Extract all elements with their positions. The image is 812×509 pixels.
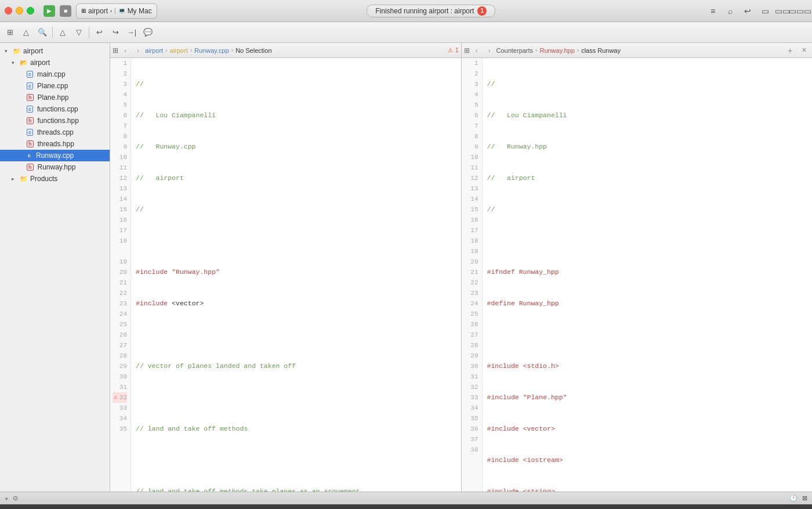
code-line: // airport: [487, 173, 808, 183]
sidebar-item-plane-cpp[interactable]: c Plane.cpp: [0, 80, 110, 92]
toolbar-down-btn[interactable]: ▽: [71, 25, 86, 40]
status-center: Finished running airport : airport 1: [162, 5, 701, 17]
sidebar-file-label: Plane.hpp: [38, 93, 69, 102]
minimize-button[interactable]: [16, 7, 23, 15]
statusbar: + ⊙ 🕐 ⊠: [0, 492, 812, 504]
code-line: [136, 455, 456, 465]
right-editor-pane: ⊞ ‹ › Counterparts › Runway.hpp › class …: [462, 43, 813, 492]
cpp-badge: c: [27, 71, 33, 78]
code-line: // land and take off methods: [136, 424, 456, 434]
hpp-badge: h: [27, 140, 34, 147]
code-line: #include <stdio.h>: [487, 361, 808, 371]
pane-split-icon[interactable]: ▭▭: [775, 3, 790, 19]
sidebar-file-label: main.cpp: [37, 70, 66, 78]
right-grid-icon[interactable]: ⊞: [464, 46, 470, 55]
scheme-selector[interactable]: ⊞ airport › | 💻 My Mac: [76, 3, 157, 19]
sidebar-item-functions-cpp[interactable]: c functions.cpp: [0, 103, 110, 115]
sidebar-item-threads-hpp[interactable]: h threads.hpp: [0, 138, 110, 150]
left-back-arrow[interactable]: ‹: [119, 45, 131, 56]
code-line: [136, 330, 456, 340]
sidebar-group-label: airport: [30, 59, 50, 67]
right-forward-arrow[interactable]: ›: [484, 45, 495, 56]
code-line: #include <iostream>: [487, 455, 808, 465]
close-button[interactable]: [5, 7, 12, 15]
sidebar-item-products[interactable]: ▸ 📁 Products: [0, 173, 110, 185]
left-crumb-file[interactable]: Runway.cpp: [194, 47, 229, 54]
sidebar: ▾ 📁 airport ▾ 📂 airport c main.cpp c Pla…: [0, 43, 110, 492]
sidebar-file-label: Runway.cpp: [36, 151, 74, 160]
code-line: #ifndef Runway_hpp: [487, 267, 808, 277]
left-code-editor[interactable]: 1 2 3 4 5 6 7 8 9 10 11 12 13: [110, 58, 461, 492]
run-button[interactable]: ▶: [44, 5, 55, 17]
sidebar-item-functions-hpp[interactable]: h functions.hpp: [0, 115, 110, 127]
right-crumb-file[interactable]: Runway.hpp: [539, 47, 574, 54]
pane-triple-icon[interactable]: ▭▭▭: [792, 3, 807, 19]
stop-button[interactable]: ■: [60, 5, 71, 17]
sidebar-item-threads-cpp[interactable]: c threads.cpp: [0, 127, 110, 138]
titlebar: ▶ ■ ⊞ airport › | 💻 My Mac Finished runn…: [0, 0, 812, 22]
error-badge: 1: [477, 6, 487, 16]
code-line: #include "Plane.hpp": [487, 392, 808, 403]
code-line: // Lou Ciampanelli: [487, 110, 808, 121]
add-button[interactable]: +: [5, 495, 8, 502]
toolbar-search-btn[interactable]: 🔍: [35, 25, 50, 40]
left-crumb-project[interactable]: airport: [145, 47, 163, 54]
add-icon: +: [5, 495, 8, 502]
history-button[interactable]: 🕐: [789, 494, 798, 502]
code-line: // Runway.hpp: [487, 142, 808, 152]
sidebar-file-label: functions.cpp: [37, 105, 78, 113]
left-grid-icon[interactable]: ⊞: [113, 46, 118, 55]
left-line-numbers: 1 2 3 4 5 6 7 8 9 10 11 12 13: [110, 58, 131, 492]
right-code-lines: // // Lou Ciampanelli // Runway.hpp // a…: [483, 58, 813, 492]
editor-split: ⊞ ‹ › airport › airport › Runway.cpp › N…: [110, 43, 812, 492]
sidebar-item-main-cpp[interactable]: c main.cpp: [0, 68, 110, 80]
left-forward-arrow[interactable]: ›: [132, 45, 144, 56]
code-line: // Lou Ciampanelli: [136, 110, 456, 121]
right-line-numbers: 1 2 3 4 5 6 7 8 9 10 11 12 13: [462, 58, 483, 492]
toolbar-indent-btn[interactable]: →|: [124, 25, 139, 40]
toolbar-undo-btn[interactable]: ↩: [92, 25, 107, 40]
left-nav-right: ⚠ 1: [448, 47, 459, 53]
sidebar-item-runway-cpp[interactable]: c Runway.cpp: [0, 150, 110, 161]
right-back-arrow[interactable]: ‹: [471, 45, 483, 56]
toolbar: ⊞ △ 🔍 △ ▽ ↩ ↪ →| 💬: [0, 22, 812, 43]
left-crumb-selection[interactable]: No Selection: [235, 47, 271, 54]
right-add-icon[interactable]: +: [784, 45, 796, 56]
code-line: [487, 330, 808, 340]
arrow-icon: ▾: [5, 48, 10, 54]
sidebar-item-root[interactable]: ▾ 📁 airport: [0, 45, 110, 57]
right-close-icon[interactable]: ✕: [798, 45, 810, 56]
sidebar-item-plane-hpp[interactable]: h Plane.hpp: [0, 92, 110, 103]
main-layout: ▾ 📁 airport ▾ 📂 airport c main.cpp c Pla…: [0, 43, 812, 492]
search-icon[interactable]: ⌕: [723, 3, 738, 19]
sidebar-item-runway-hpp[interactable]: h Runway.hpp: [0, 161, 110, 173]
hpp-badge: h: [27, 94, 34, 101]
hpp-badge: h: [27, 117, 34, 124]
right-crumb-class[interactable]: class Runway: [581, 47, 621, 54]
code-line: //: [136, 204, 456, 215]
filter-button[interactable]: ⊙: [13, 494, 18, 502]
warning-button[interactable]: ⊠: [802, 494, 807, 502]
toolbar-grid-btn[interactable]: ⊞: [2, 25, 17, 40]
left-crumb-folder[interactable]: airport: [170, 47, 188, 54]
list-view-icon[interactable]: ≡: [705, 3, 720, 19]
toolbar-up-btn[interactable]: △: [55, 25, 70, 40]
arrow-icon: ▸: [12, 176, 17, 182]
left-editor-pane: ⊞ ‹ › airport › airport › Runway.cpp › N…: [110, 43, 462, 492]
pane-single-icon[interactable]: ▭: [757, 3, 773, 19]
right-code-editor[interactable]: 1 2 3 4 5 6 7 8 9 10 11 12 13: [462, 58, 813, 492]
maximize-button[interactable]: [27, 7, 34, 15]
toolbar-comment-btn[interactable]: 💬: [140, 25, 155, 40]
sidebar-file-label: Runway.hpp: [38, 163, 76, 171]
right-crumb-counterparts[interactable]: Counterparts: [496, 47, 534, 54]
sidebar-file-label: threads.cpp: [37, 128, 74, 136]
toolbar-sep-2: [89, 27, 89, 38]
window-controls: [5, 7, 34, 15]
status-pill: Finished running airport : airport 1: [367, 5, 495, 17]
code-line: //: [136, 79, 456, 89]
nav-icon[interactable]: ↩: [740, 3, 755, 19]
sidebar-item-group-airport[interactable]: ▾ 📂 airport: [0, 57, 110, 68]
filter-icon: ⊙: [13, 494, 18, 502]
toolbar-redo-btn[interactable]: ↪: [108, 25, 123, 40]
toolbar-warn-btn[interactable]: △: [19, 25, 34, 40]
